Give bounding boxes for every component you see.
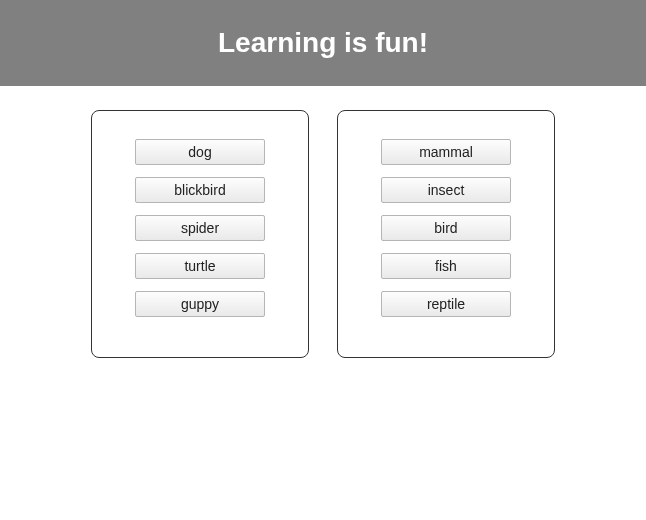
animal-item-blickbird[interactable]: blickbird [135, 177, 265, 203]
animal-item-guppy[interactable]: guppy [135, 291, 265, 317]
header-bar: Learning is fun! [0, 0, 646, 86]
category-item-mammal[interactable]: mammal [381, 139, 511, 165]
page-title: Learning is fun! [218, 27, 428, 59]
animal-item-turtle[interactable]: turtle [135, 253, 265, 279]
category-item-fish[interactable]: fish [381, 253, 511, 279]
animal-item-spider[interactable]: spider [135, 215, 265, 241]
right-panel: mammal insect bird fish reptile [337, 110, 555, 358]
left-panel: dog blickbird spider turtle guppy [91, 110, 309, 358]
main-content: dog blickbird spider turtle guppy mammal… [0, 86, 646, 358]
category-item-bird[interactable]: bird [381, 215, 511, 241]
animal-item-dog[interactable]: dog [135, 139, 265, 165]
category-item-reptile[interactable]: reptile [381, 291, 511, 317]
category-item-insect[interactable]: insect [381, 177, 511, 203]
